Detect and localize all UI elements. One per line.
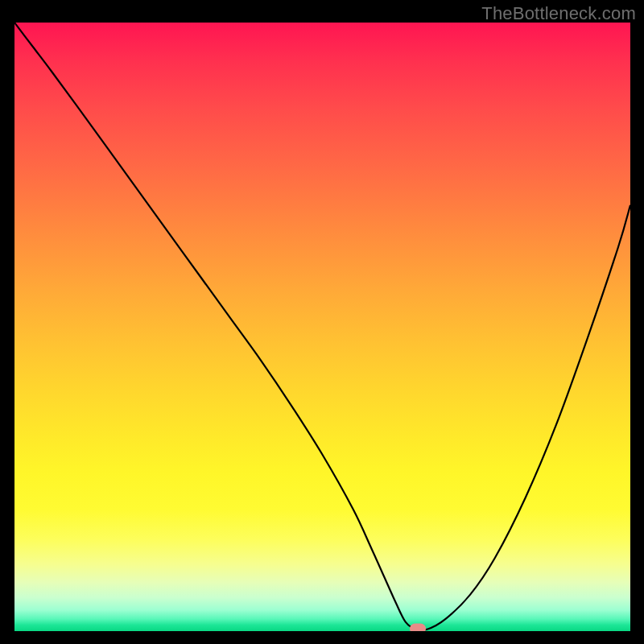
plot-area: [14, 23, 630, 631]
chart-frame: TheBottleneck.com: [0, 0, 644, 644]
watermark-text: TheBottleneck.com: [481, 3, 636, 24]
curve-path: [14, 23, 630, 630]
bottleneck-curve: [14, 23, 630, 631]
optimum-marker: [410, 623, 426, 631]
